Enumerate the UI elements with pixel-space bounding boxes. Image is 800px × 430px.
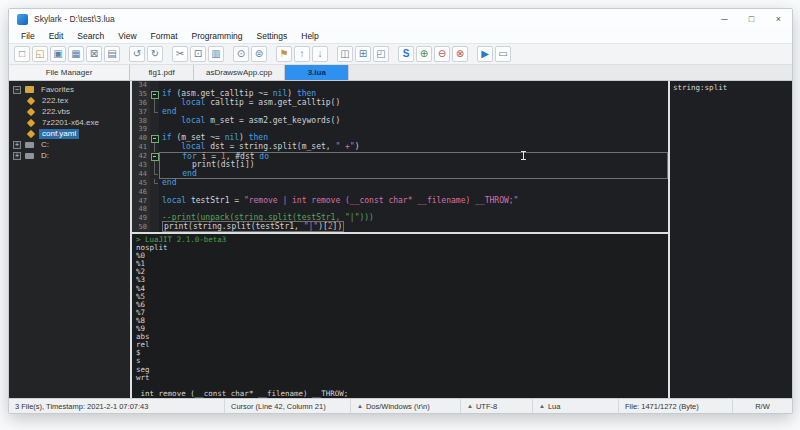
editor-line-47[interactable]: 47local testStr1 = "remove | int remove …: [132, 197, 668, 206]
editor-line-36[interactable]: 36 local calltip = asm.get_calltip(): [132, 99, 668, 108]
zoom-in-icon[interactable]: ⊕: [416, 46, 432, 62]
view-split-icon[interactable]: ◫: [337, 46, 353, 62]
status-encoding[interactable]: ▲UTF-8: [461, 399, 533, 413]
file-manager-panel-tab[interactable]: File Manager: [9, 65, 130, 80]
status-language[interactable]: ▲Lua: [533, 399, 619, 413]
save-icon[interactable]: ▣: [50, 46, 66, 62]
code-text[interactable]: end: [159, 170, 668, 179]
editor-line-38[interactable]: 38 local m_set = asm2.get_keywords(): [132, 117, 668, 126]
app-window: Skylark - D:\test\3.lua ─□× FileEditSear…: [8, 8, 793, 414]
tree-item-7z2201-x64-exe[interactable]: 7z2201-x64.exe: [9, 117, 130, 128]
toggle-triangle-icon: ▲: [467, 403, 473, 409]
editor-line-44[interactable]: 44 end: [132, 170, 668, 179]
menu-view[interactable]: View: [111, 31, 143, 41]
line-number: 49: [132, 214, 150, 223]
bookmark-icon[interactable]: ⚑: [276, 46, 292, 62]
output-line: %9: [136, 325, 668, 333]
editor-line-43[interactable]: 43 print(dst[i]): [132, 161, 668, 170]
script-icon[interactable]: S: [398, 46, 414, 62]
replace-icon[interactable]: ⊜: [251, 46, 267, 62]
document-tab-flg1-pdf[interactable]: flg1.pdf: [130, 65, 194, 80]
status-permission: R/W: [733, 399, 792, 413]
symbol-panel[interactable]: string:split: [670, 81, 792, 398]
redo-icon[interactable]: ↻: [147, 46, 163, 62]
view-grid-icon[interactable]: ⊞: [355, 46, 371, 62]
expander-minus-icon[interactable]: −: [13, 86, 21, 94]
fold-margin: [150, 214, 159, 223]
menu-help[interactable]: Help: [294, 31, 325, 41]
code-text[interactable]: local calltip = asm.get_calltip(): [159, 99, 668, 108]
editor-line-50[interactable]: 50print(string.split(testStr1, "|")[2]): [132, 223, 668, 232]
tree-item-conf-yaml[interactable]: conf.yaml: [9, 128, 130, 139]
line-number: 48: [132, 205, 150, 214]
output-line: %0: [136, 252, 668, 260]
code-text[interactable]: print(dst[i]): [159, 161, 668, 170]
status-bar: 3 File(s), Timestamp: 2021-2-1 07:07:43C…: [9, 398, 792, 413]
fold-margin: [150, 179, 159, 188]
fullscreen-icon[interactable]: ◰: [373, 46, 389, 62]
tree-item-222-tex[interactable]: 222.tex: [9, 95, 130, 106]
code-text[interactable]: local dst = string.split(m_set, " +"): [159, 143, 668, 152]
fold-toggle-icon[interactable]: [150, 90, 159, 99]
stop-icon[interactable]: ⊗: [452, 46, 468, 62]
undo-icon[interactable]: ↺: [129, 46, 145, 62]
bookmark-prev-icon[interactable]: ↑: [294, 46, 310, 62]
tree-item-D-[interactable]: +D:: [9, 150, 130, 161]
menu-search[interactable]: Search: [70, 31, 111, 41]
code-editor[interactable]: 3435if (asm.get_calltip ~= nil) then36 l…: [132, 81, 668, 232]
fold-margin: [150, 117, 159, 126]
cut-icon[interactable]: ✂: [172, 46, 188, 62]
menu-file[interactable]: File: [14, 31, 42, 41]
bookmark-next-icon[interactable]: ↓: [312, 46, 328, 62]
output-console[interactable]: > LuaJIT 2.1.0-beta3 nosplit%0%1%2%3%4%5…: [132, 234, 668, 398]
expander-plus-icon[interactable]: +: [13, 152, 21, 160]
run-icon[interactable]: ▶: [477, 46, 493, 62]
window-controls: ─□×: [711, 9, 792, 29]
document-tab-asDrawswApp-cpp[interactable]: asDrawswApp.cpp: [194, 65, 285, 80]
tree-item-C-[interactable]: +C:: [9, 139, 130, 150]
editor-line-41[interactable]: 41 local dst = string.split(m_set, " +"): [132, 143, 668, 152]
editor-line-45[interactable]: 45end: [132, 179, 668, 188]
fold-margin: [150, 99, 159, 108]
fold-toggle-icon[interactable]: [150, 152, 159, 161]
paste-icon[interactable]: ▥: [208, 46, 224, 62]
tree-item-Favorites[interactable]: −Favorites: [9, 84, 130, 95]
output-line: %3: [136, 276, 668, 284]
code-text[interactable]: local m_set = asm2.get_keywords(): [159, 117, 668, 126]
print-icon[interactable]: ▤: [104, 46, 120, 62]
toggle-triangle-icon: ▲: [539, 403, 545, 409]
maximize-button[interactable]: □: [738, 9, 765, 29]
status-label: Dos/Windows (\r\n): [366, 402, 430, 411]
line-number: 40: [132, 134, 150, 143]
menu-edit[interactable]: Edit: [42, 31, 71, 41]
close-file-icon[interactable]: ⊠: [86, 46, 102, 62]
tree-item-222-vbs[interactable]: 222.vbs: [9, 106, 130, 117]
output-line: $: [136, 349, 668, 357]
menu-settings[interactable]: Settings: [250, 31, 295, 41]
document-tab-3-lua[interactable]: 3.lua: [285, 65, 349, 80]
zoom-out-icon[interactable]: ⊖: [434, 46, 450, 62]
minimize-button[interactable]: ─: [711, 9, 738, 29]
terminal-icon[interactable]: ▭: [495, 46, 511, 62]
fold-toggle-icon[interactable]: [150, 134, 159, 143]
save-all-icon[interactable]: ▦: [68, 46, 84, 62]
fold-margin: [150, 223, 159, 232]
status-filesize: File: 1471/1272 (Byte): [619, 399, 733, 413]
menu-programming[interactable]: Programming: [185, 31, 250, 41]
fold-margin: [150, 81, 159, 90]
file-tree: −Favorites222.tex222.vbs7z2201-x64.execo…: [9, 81, 130, 398]
expander-plus-icon[interactable]: +: [13, 141, 21, 149]
search-icon[interactable]: ⊙: [233, 46, 249, 62]
status-eol[interactable]: ▲Dos/Windows (\r\n): [351, 399, 461, 413]
code-text[interactable]: end: [159, 179, 668, 188]
copy-icon[interactable]: ⊡: [190, 46, 206, 62]
output-line: %2: [136, 268, 668, 276]
new-file-icon[interactable]: □: [14, 46, 30, 62]
menu-format[interactable]: Format: [144, 31, 185, 41]
close-button[interactable]: ×: [765, 9, 792, 29]
file-icon: [27, 129, 35, 137]
code-text[interactable]: print(string.split(testStr1, "|")[2]): [159, 223, 668, 232]
open-folder-icon[interactable]: ◱: [32, 46, 48, 62]
code-text[interactable]: local testStr1 = "remove | int remove (_…: [159, 197, 668, 206]
toolbar: □◱▣▦⊠▤↺↻✂⊡▥⊙⊜⚑↑↓◫⊞◰S⊕⊖⊗▶▭: [9, 43, 792, 65]
